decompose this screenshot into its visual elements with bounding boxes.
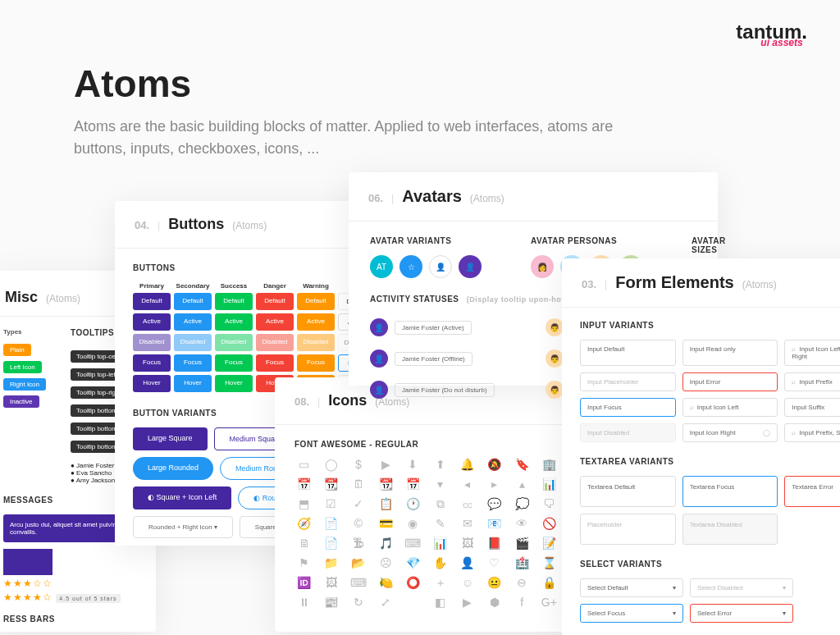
button[interactable]: Active [174,313,212,331]
google-icon[interactable]: G+ [540,596,559,608]
youtube-icon[interactable]: ▶ [458,596,477,608]
button[interactable]: Active [256,313,294,331]
input-prefix-suffix[interactable]: ⌕Input Prefix, Suffix.pdf [784,423,840,442]
textarea-default[interactable]: Textarea Default [580,476,676,507]
caret-down-icon[interactable]: ▾ [431,478,450,490]
button[interactable]: ◐ Square + Icon Left [133,487,231,509]
folder-open-icon[interactable]: 📂 [349,557,368,569]
button[interactable]: Default [174,293,212,310]
input-icon-left[interactable]: ⌕Input Icon Left [682,398,778,417]
eye-slash-icon[interactable]: 🚫 [540,518,559,529]
textarea-placeholder[interactable]: Placeholder [580,514,676,545]
hospital-icon[interactable]: 🏥 [513,557,532,569]
image-icon[interactable]: 🖼 [322,577,340,588]
address-icon[interactable]: ▭ [294,459,313,470]
button[interactable]: Hover [215,375,253,392]
slash-bell-icon[interactable]: 🔕 [485,459,504,470]
avatar[interactable]: 👤 [429,255,452,278]
file-word-icon[interactable]: 📝 [540,537,559,549]
button[interactable]: Active [297,313,335,331]
clipboard-icon[interactable]: 📋 [377,498,395,509]
envelope-icon[interactable]: ✉ [458,518,477,529]
tag[interactable]: Plain [3,344,31,356]
input-prefix[interactable]: ⌕Input Prefix [784,372,840,391]
up-icon[interactable]: ⬆ [431,459,450,470]
button[interactable]: Focus [174,354,212,372]
clock-icon[interactable]: 🕐 [404,498,422,509]
file-archive-icon[interactable]: 🗜 [349,537,368,549]
textarea-error[interactable]: Textarea Error [784,476,840,507]
dot-circle-icon[interactable]: ◉ [404,518,422,529]
check-icon[interactable]: ☑ [322,498,340,509]
life-ring-icon[interactable]: ⭕ [404,577,422,588]
copyright-icon[interactable]: © [349,518,368,529]
select-focus[interactable]: Select Focus▾ [580,604,683,623]
bell-icon[interactable]: 🔔 [458,459,477,470]
down-icon[interactable]: ⬇ [404,459,422,470]
hourglass-icon[interactable]: ⌛ [540,557,559,569]
calendar-plus-icon[interactable]: 📅 [404,478,422,490]
id-icon[interactable]: 🆔 [294,577,313,588]
button[interactable]: Disabled [133,334,171,351]
heart-icon[interactable]: ♡ [485,557,504,569]
input-readonly[interactable]: Input Read only [682,340,778,366]
tag[interactable]: Left Icon [3,361,42,373]
button[interactable]: Hover [174,375,212,392]
caret-right-icon[interactable]: ▸ [485,478,504,490]
loop-icon[interactable]: ↻ [349,596,368,608]
plus-icon[interactable]: ＋ [431,577,450,588]
hand-icon[interactable]: ✋ [431,557,450,569]
file-image-icon[interactable]: 🖼 [458,537,477,549]
comments-icon[interactable]: 🗨 [540,498,559,509]
select-error[interactable]: Select Error▾ [690,604,793,623]
button[interactable]: Rounded + Right Icon ▾ [133,516,233,538]
caret-up-icon[interactable]: ▴ [513,478,532,490]
button[interactable]: Disabled [256,334,294,351]
caret-left-icon[interactable]: ◂ [458,478,477,490]
button[interactable]: Large Rounded [133,457,213,480]
button[interactable]: Default [256,293,294,310]
button[interactable]: Disabled [174,334,212,351]
file-code-icon[interactable]: ⌨ [404,537,422,549]
apple-icon[interactable] [404,596,422,608]
tag[interactable]: Inactive [3,395,39,408]
file-excel-icon[interactable]: 📊 [431,537,450,549]
circle-icon[interactable]: ◯ [322,459,340,470]
calendar-minus-icon[interactable]: 📆 [377,478,395,490]
avatar[interactable]: AT [370,255,393,278]
dollar-icon[interactable]: $ [349,459,368,470]
frown-icon[interactable]: ☹ [377,557,395,569]
android-icon[interactable]: ◧ [431,596,450,608]
button[interactable]: Focus [297,354,335,372]
check-circle-icon[interactable]: ✓ [349,498,368,509]
file-alt-icon[interactable]: 📄 [322,537,340,549]
input-icon-both[interactable]: ⌕Input Icon Left, Icon Right◯ [784,340,840,366]
avatar[interactable]: 👩 [531,255,554,278]
compass-icon[interactable]: 🧭 [294,518,313,529]
textarea-focus[interactable]: Textarea Focus [682,476,778,507]
keyboard-icon[interactable]: ⌨ [349,577,368,588]
input-suffix[interactable]: Input Suffix.pdf [784,398,840,417]
closed-caption-icon[interactable]: ㏄ [458,498,477,509]
calendar-icon[interactable]: 📅 [294,478,313,490]
tag[interactable]: Right Icon [3,378,46,391]
expand-icon[interactable]: ⤢ [377,596,395,608]
input-error[interactable]: Input Error [682,372,778,391]
paper-icon[interactable]: 📰 [322,596,340,608]
input-placeholder[interactable]: Input Placeholder [580,372,676,391]
button[interactable]: Disabled [297,334,335,351]
comment-icon[interactable]: 💬 [485,498,504,509]
eye-icon[interactable]: 👁 [513,518,532,529]
button[interactable]: Disabled [215,334,253,351]
button[interactable]: Focus [133,354,171,372]
pause-icon[interactable]: ⏸ [294,596,313,608]
chart-bar-icon[interactable]: ⬒ [294,498,313,509]
lemon-icon[interactable]: 🍋 [377,577,395,588]
credit-card-icon[interactable]: 💳 [377,518,395,529]
minus-icon[interactable]: ⊖ [513,577,532,588]
calendar-check-icon[interactable]: 🗓 [349,478,368,490]
button[interactable]: Hover [133,375,171,392]
play-icon[interactable]: ▶ [377,459,395,470]
gem-icon[interactable]: 💎 [404,557,422,569]
button[interactable]: Active [215,313,253,331]
